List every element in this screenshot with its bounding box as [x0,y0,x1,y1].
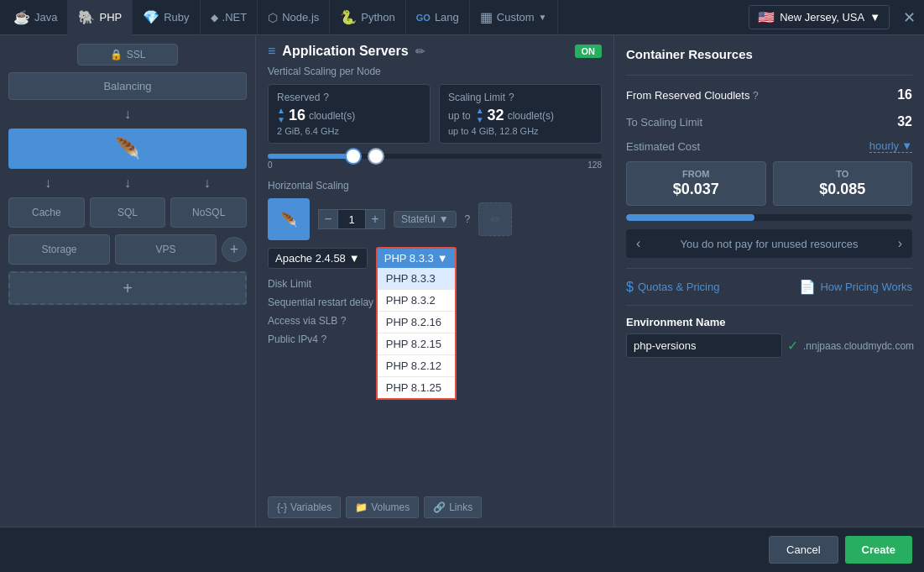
php-icon: 🐘 [78,9,95,25]
check-icon: ✓ [787,338,798,354]
pricing-links-row: $ Quotas & Pricing 📄 How Pricing Works [626,279,912,295]
net-icon: ◆ [211,12,218,24]
ssl-button[interactable]: 🔒 SSL [77,44,178,66]
panel-title: Application Servers [282,44,408,59]
edit-icon[interactable]: ✏ [415,45,425,58]
nodejs-icon: ⬡ [268,11,278,24]
flag-icon: 🇺🇸 [758,9,775,25]
domain-suffix: .nnjpaas.cloudmydc.com [803,340,914,352]
ipv4-help-icon[interactable]: ? [321,333,326,345]
unused-text: You do not pay for unused resources [681,238,859,250]
stepper-minus[interactable]: − [318,209,338,229]
php-item-0[interactable]: PHP 8.3.3 [378,268,455,290]
down-arrow-icon: ↓ [8,107,247,122]
create-button[interactable]: Create [845,536,912,564]
app-server-block[interactable]: 🪶 [8,129,247,169]
tab-python[interactable]: 🐍 Python [330,0,405,35]
lock-icon: 🔒 [110,49,123,60]
left-panel: 🔒 SSL Balancing ↓ 🪶 ↓ ↓ ↓ Cache [0,35,256,527]
ruby-icon: 💎 [143,9,159,25]
next-arrow-icon[interactable]: › [898,236,902,251]
price-boxes: FROM $0.037 TO $0.085 [626,161,912,206]
php-item-3[interactable]: PHP 8.2.15 [378,333,455,355]
env-name-input[interactable] [626,333,782,358]
php-version-dropdown[interactable]: PHP 8.3.3 ▼ PHP 8.3.3 PHP 8.3.2 PHP 8.2.… [376,247,457,270]
scaling-limit-label: To Scaling Limit [626,116,702,129]
to-price-box: TO $0.085 [773,161,913,206]
reserved-help-icon[interactable]: ? [323,92,329,103]
close-button[interactable]: ✕ [898,8,921,27]
cloudlets-help-icon[interactable]: ? [753,90,759,102]
scaling-limit-box: Scaling Limit ? up to ▲ ▼ 32 cloudlet(s)… [439,84,602,144]
horiz-stepper[interactable]: − 1 + [318,209,385,229]
on-badge[interactable]: ON [575,45,603,58]
bottom-nodes: Cache SQL NoSQL [8,197,247,228]
php-item-2[interactable]: PHP 8.2.16 [378,312,455,333]
hourly-dropdown[interactable]: hourly ▼ [869,139,912,153]
stepper-value: 1 [338,209,365,229]
tab-php[interactable]: 🐘 PHP [68,0,133,35]
add-large-button[interactable]: + [8,271,247,305]
php-item-5[interactable]: PHP 8.1.25 [378,377,455,398]
reserved-cloudlets-row: From Reserved Cloudlets ? 16 [626,86,912,104]
unused-resources-row: ‹ You do not pay for unused resources › [626,229,912,258]
python-icon: 🐍 [340,9,357,25]
divider-1 [626,75,912,76]
tab-buttons: {-} Variables 📁 Volumes 🔗 Links [268,496,602,518]
balancer-button[interactable]: Balancing [8,72,247,100]
slb-help-icon[interactable]: ? [341,315,347,327]
region-selector[interactable]: 🇺🇸 New Jersey, USA ▼ [749,5,890,29]
links-button[interactable]: 🔗 Links [424,496,482,518]
volumes-button[interactable]: 📁 Volumes [346,496,419,518]
tab-java[interactable]: ☕ Java [3,0,68,35]
horizontal-scaling-label: Horizontal Scaling [268,180,602,192]
stateful-dropdown[interactable]: Stateful ▼ [394,211,457,228]
variables-button[interactable]: {-} Variables [268,496,341,518]
php-version-list: PHP 8.3.3 PHP 8.3.2 PHP 8.2.16 PHP 8.2.1… [376,268,457,400]
cost-bar [626,214,912,221]
scaling-limit-stepper[interactable]: ▲ ▼ [476,107,484,124]
dollar-icon: $ [626,280,634,295]
tab-net[interactable]: ◆ .NET [201,0,258,35]
horizontal-scaling-row: 🪶 − 1 + Stateful ▼ ? ✏ [268,198,602,240]
second-server-thumb: ✏ [478,202,512,236]
sql-button[interactable]: SQL [90,197,166,228]
stateful-help-icon[interactable]: ? [465,213,471,225]
server-thumb[interactable]: 🪶 [268,198,310,240]
feather-icon: 🪶 [115,137,140,160]
reserved-cloudlets-value: 16 [897,87,912,102]
stepper-plus[interactable]: + [365,209,385,229]
tab-ruby[interactable]: 💎 Ruby [133,0,200,35]
scaling-help-icon[interactable]: ? [509,92,514,103]
how-pricing-link[interactable]: 📄 How Pricing Works [799,279,912,295]
scaling-slider[interactable]: 0 128 [268,154,602,170]
apache-dropdown[interactable]: Apache 2.4.58 ▼ [268,248,368,269]
tab-custom[interactable]: ▦ Custom ▼ [470,0,558,35]
prev-arrow-icon[interactable]: ‹ [636,236,640,251]
php-item-1[interactable]: PHP 8.3.2 [378,290,455,312]
arrow-left-icon: ↓ [44,176,51,191]
stateful-chevron-icon: ▼ [439,213,449,225]
estimated-cost-label: Estimated Cost [626,140,700,153]
cache-button[interactable]: Cache [8,197,85,228]
php-item-4[interactable]: PHP 8.2.12 [378,355,455,377]
slider-thumb-reserved[interactable] [345,148,362,165]
estimated-cost-row: Estimated Cost hourly ▼ [626,139,912,153]
tab-lang[interactable]: GO Lang [406,0,470,35]
quotas-pricing-link[interactable]: $ Quotas & Pricing [626,280,719,295]
arrow-center-icon: ↓ [124,176,131,191]
vertical-scaling-section: Vertical Scaling per Node [268,66,602,77]
pen-icon: ✏ [490,212,501,228]
right-panel: Container Resources From Reserved Cloudl… [613,35,924,527]
php-chevron-icon: ▼ [437,252,448,265]
cancel-button[interactable]: Cancel [769,536,838,564]
vertical-scaling-label: Vertical Scaling per Node [268,66,602,77]
java-icon: ☕ [13,9,30,25]
reserved-stepper[interactable]: ▲ ▼ [277,107,285,124]
vps-button[interactable]: VPS [115,234,217,265]
add-node-button[interactable]: + [222,237,247,262]
storage-button[interactable]: Storage [8,234,110,265]
reserved-cloudlets-label: From Reserved Cloudlets ? [626,89,759,102]
tab-nodejs[interactable]: ⬡ Node.js [258,0,330,35]
nosql-button[interactable]: NoSQL [170,197,247,228]
